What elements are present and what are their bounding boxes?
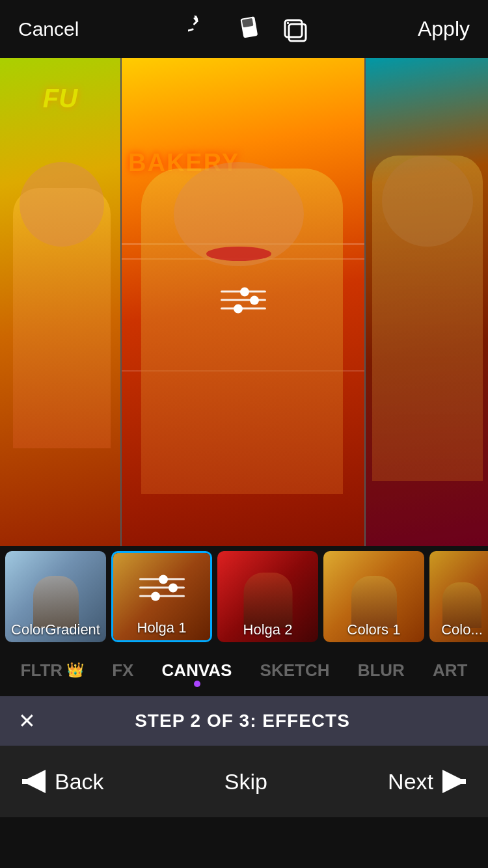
step-banner: ✕ STEP 2 OF 3: EFFECTS xyxy=(0,696,488,746)
filter-thumb-colors2[interactable]: Colo... xyxy=(429,551,488,642)
filter-thumb-colors1[interactable]: Colors 1 xyxy=(323,551,424,642)
next-icon xyxy=(440,767,468,796)
bottom-nav: Back Skip Next xyxy=(0,746,488,817)
tab-blur[interactable]: BLUR xyxy=(358,660,405,683)
tab-sketch[interactable]: SKETCH xyxy=(260,660,330,683)
top-bar: Cancel Apply xyxy=(0,0,488,58)
filter-thumb-holga1[interactable]: Holga 1 xyxy=(111,551,212,642)
step-close-button[interactable]: ✕ xyxy=(18,711,36,731)
cancel-button[interactable]: Cancel xyxy=(18,18,79,40)
svg-rect-4 xyxy=(287,22,289,24)
tab-fltr[interactable]: FLTR 👑 xyxy=(21,660,85,683)
image-canvas: FU BAKERY xyxy=(0,58,488,546)
svg-rect-8 xyxy=(461,779,466,784)
filter-label-colors1: Colors 1 xyxy=(323,621,424,638)
layers-button[interactable] xyxy=(281,15,310,44)
next-label: Next xyxy=(388,769,433,794)
back-icon xyxy=(20,767,48,796)
sliders-icon xyxy=(221,291,266,310)
tab-art[interactable]: ART xyxy=(433,660,467,683)
refresh-button[interactable] xyxy=(187,15,216,44)
svg-rect-6 xyxy=(22,779,27,784)
back-label: Back xyxy=(55,769,104,794)
filter-label-holga1: Holga 1 xyxy=(113,619,210,636)
crown-icon: 👑 xyxy=(66,662,84,679)
filter-label-holga2: Holga 2 xyxy=(217,621,318,638)
toolbar-icons xyxy=(187,15,310,44)
eraser-button[interactable] xyxy=(234,15,263,44)
category-tabs: FLTR 👑 FX CANVAS SKETCH BLUR ART xyxy=(0,647,488,696)
filter-label-colors2: Colo... xyxy=(429,621,488,638)
filter-label-colorgradient: ColorGradient xyxy=(5,621,106,638)
back-button[interactable]: Back xyxy=(20,767,104,796)
filter-thumb-holga2[interactable]: Holga 2 xyxy=(217,551,318,642)
tab-fx[interactable]: FX xyxy=(112,660,133,683)
skip-button[interactable]: Skip xyxy=(224,769,267,794)
tab-canvas[interactable]: CANVAS xyxy=(162,660,232,683)
filter-thumb-colorgradient[interactable]: ColorGradient xyxy=(5,551,106,642)
svg-rect-3 xyxy=(289,24,306,41)
next-button[interactable]: Next xyxy=(388,767,468,796)
active-tab-dot xyxy=(194,681,200,687)
apply-button[interactable]: Apply xyxy=(418,17,470,41)
step-text: STEP 2 OF 3: EFFECTS xyxy=(135,711,350,731)
filter-thumbnail-row: ColorGradient Holga 1 Holga 2 Colors 1 C… xyxy=(0,546,488,647)
